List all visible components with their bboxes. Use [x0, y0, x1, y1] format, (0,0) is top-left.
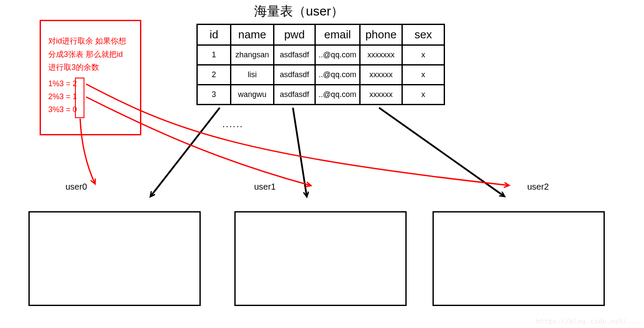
- cell-phone: xxxxxxx: [360, 45, 402, 65]
- calc-row: 3%3 = 0: [48, 105, 77, 114]
- user-table: id name pwd email phone sex 1 zhangsan a…: [196, 24, 445, 105]
- arrow-table-to-user2: [379, 108, 504, 196]
- cell-pwd: asdfasdf: [274, 85, 315, 105]
- table-row: 3 wangwu asdfasdf ..@qq.com xxxxxx x: [197, 85, 445, 105]
- calc-expr: 1%3 =: [48, 79, 71, 88]
- subtable-user1: [234, 211, 407, 306]
- col-sex: sex: [402, 25, 445, 45]
- cell-email: ..@qq.com: [315, 45, 360, 65]
- col-phone: phone: [360, 25, 402, 45]
- calc-result: 1: [73, 92, 77, 101]
- col-pwd: pwd: [274, 25, 315, 45]
- cell-sex: x: [402, 85, 445, 105]
- subtable-user2: [432, 211, 605, 306]
- cell-phone: xxxxxx: [360, 85, 402, 105]
- calc-expr: 3%3 =: [48, 105, 71, 114]
- subtable-label-user0: user0: [65, 182, 87, 192]
- calc-expr: 2%3 =: [48, 92, 71, 101]
- note-line: 对id进行取余 如果你想: [48, 34, 126, 48]
- calc-result: 2: [73, 79, 77, 88]
- col-id: id: [197, 25, 231, 45]
- cell-pwd: asdfasdf: [274, 45, 315, 65]
- table-row: 1 zhangsan asdfasdf ..@qq.com xxxxxxx x: [197, 45, 445, 65]
- calc-row: 1%3 = 2: [48, 79, 77, 88]
- cell-email: ..@qq.com: [315, 85, 360, 105]
- arrow-table-to-user1: [293, 108, 307, 196]
- calc-row: 2%3 = 1: [48, 92, 77, 101]
- cell-phone: xxxxxx: [360, 65, 402, 85]
- cell-pwd: asdfasdf: [274, 65, 315, 85]
- cell-email: ..@qq.com: [315, 65, 360, 85]
- col-email: email: [315, 25, 360, 45]
- diagram-title: 海量表（user）: [254, 3, 344, 20]
- note-text: 对id进行取余 如果你想 分成3张表 那么就把id 进行取3的余数: [48, 34, 126, 74]
- cell-name: lisi: [231, 65, 274, 85]
- cell-id: 2: [197, 65, 231, 85]
- note-line: 分成3张表 那么就把id: [48, 48, 126, 61]
- cell-name: zhangsan: [231, 45, 274, 65]
- cell-sex: x: [402, 65, 445, 85]
- cell-id: 1: [197, 45, 231, 65]
- cell-id: 3: [197, 85, 231, 105]
- note-line: 进行取3的余数: [48, 61, 126, 74]
- arrow-table-to-user0: [151, 108, 220, 196]
- subtable-user0: [28, 211, 201, 306]
- subtable-label-user1: user1: [254, 182, 276, 192]
- cell-sex: x: [402, 45, 445, 65]
- calc-result: 0: [73, 105, 77, 114]
- col-name: name: [231, 25, 274, 45]
- table-row: 2 lisi asdfasdf ..@qq.com xxxxxx x: [197, 65, 445, 85]
- subtable-label-user2: user2: [527, 182, 549, 192]
- table-header-row: id name pwd email phone sex: [197, 25, 445, 45]
- cell-name: wangwu: [231, 85, 274, 105]
- table-ellipsis: ......: [222, 119, 243, 130]
- watermark: https://blog.csdn.net/...: [536, 317, 640, 325]
